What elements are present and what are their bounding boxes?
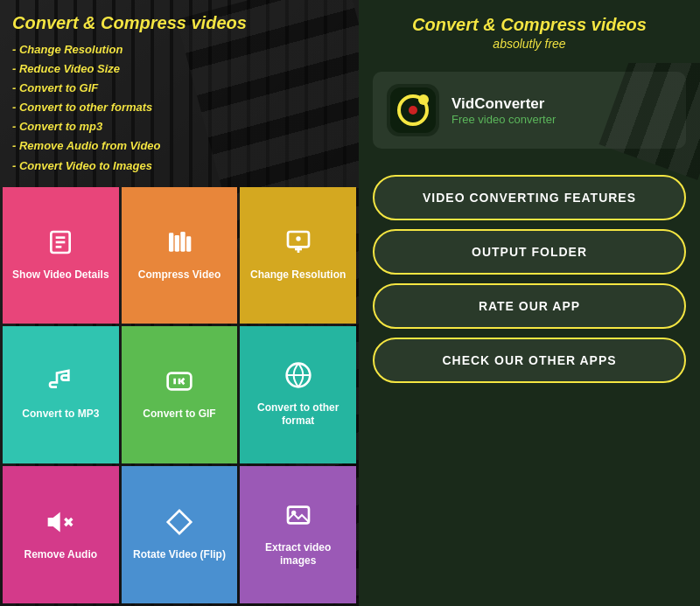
convert-to-gif-icon bbox=[165, 367, 193, 402]
rotate-video-label: Rotate Video (Flip) bbox=[133, 548, 226, 562]
menu-btn-rate-our-app[interactable]: RATE OUR APP bbox=[373, 283, 686, 329]
feature-item: Convert to GIF bbox=[12, 79, 346, 98]
app-name: VidConverter bbox=[452, 95, 556, 113]
extract-images-icon bbox=[284, 501, 312, 536]
svg-rect-5 bbox=[175, 235, 179, 252]
feature-item: Change Resolution bbox=[12, 40, 346, 59]
grid-item-remove-audio[interactable]: Remove Audio bbox=[3, 466, 119, 603]
spinner-ring-icon bbox=[397, 94, 429, 126]
convert-to-other-icon bbox=[284, 361, 312, 396]
grid-item-compress-video[interactable]: Compress Video bbox=[122, 187, 238, 324]
menu-btn-output-folder[interactable]: OUTPUT FOLDER bbox=[373, 229, 686, 275]
grid-item-rotate-video[interactable]: Rotate Video (Flip) bbox=[122, 466, 238, 603]
remove-audio-label: Remove Audio bbox=[24, 548, 98, 562]
feature-item: Convert Video to Images bbox=[12, 157, 346, 176]
grid-item-change-resolution[interactable]: Change Resolution bbox=[240, 187, 356, 324]
menu-buttons: VIDEO CONVERTING FEATURESOUTPUT FOLDERRA… bbox=[359, 166, 700, 392]
compress-video-label: Compress Video bbox=[138, 268, 220, 282]
svg-rect-6 bbox=[180, 232, 185, 252]
grid-item-convert-to-mp3[interactable]: Convert to MP3 bbox=[3, 326, 119, 463]
svg-rect-7 bbox=[186, 236, 191, 251]
remove-audio-icon bbox=[46, 508, 74, 543]
grid-item-extract-images[interactable]: Extract video images bbox=[240, 466, 356, 603]
svg-marker-13 bbox=[49, 513, 60, 530]
svg-rect-16 bbox=[168, 510, 191, 533]
grid-container: Show Video DetailsCompress VideoChange R… bbox=[0, 185, 359, 606]
grid-item-convert-to-gif[interactable]: Convert to GIF bbox=[122, 326, 238, 463]
change-resolution-label: Change Resolution bbox=[250, 268, 346, 282]
feature-list: Change ResolutionReduce Video SizeConver… bbox=[12, 40, 346, 176]
app-info: VidConverter Free video converter bbox=[452, 95, 556, 126]
convert-to-gif-label: Convert to GIF bbox=[143, 407, 215, 421]
left-panel: Convert & Compress videos Change Resolut… bbox=[0, 0, 359, 606]
compress-video-icon bbox=[165, 228, 193, 263]
left-header: Convert & Compress videos Change Resolut… bbox=[0, 0, 359, 185]
feature-item: Convert to other formats bbox=[12, 98, 346, 117]
feature-item: Reduce Video Size bbox=[12, 59, 346, 79]
right-header: Convert & Compress videos absolutly free bbox=[359, 0, 700, 63]
app-tagline: Free video converter bbox=[452, 113, 556, 126]
convert-to-mp3-label: Convert to MP3 bbox=[22, 407, 99, 421]
right-title: Convert & Compress videos bbox=[373, 14, 686, 35]
svg-point-9 bbox=[296, 236, 300, 240]
feature-item: Remove Audio from Video bbox=[12, 136, 346, 156]
menu-btn-check-other-apps[interactable]: CHECK OUR OTHER APPS bbox=[373, 338, 686, 383]
change-resolution-icon bbox=[284, 228, 312, 263]
right-subtitle: absolutly free bbox=[373, 37, 686, 51]
menu-btn-video-converting-features[interactable]: VIDEO CONVERTING FEATURES bbox=[373, 175, 686, 220]
svg-rect-4 bbox=[169, 233, 173, 251]
app-icon bbox=[387, 84, 439, 136]
show-video-details-label: Show Video Details bbox=[12, 268, 108, 282]
svg-rect-17 bbox=[288, 506, 309, 523]
convert-to-other-label: Convert to other format bbox=[247, 401, 349, 428]
convert-to-mp3-icon bbox=[46, 367, 74, 402]
show-video-details-icon bbox=[46, 228, 74, 263]
left-title: Convert & Compress videos bbox=[12, 12, 346, 33]
grid-item-show-video-details[interactable]: Show Video Details bbox=[3, 187, 119, 324]
app-icon-inner bbox=[390, 87, 436, 133]
right-panel: Convert & Compress videos absolutly free… bbox=[359, 0, 700, 606]
feature-item: Convert to mp3 bbox=[12, 117, 346, 136]
grid-item-convert-to-other[interactable]: Convert to other format bbox=[240, 326, 356, 463]
rotate-video-icon bbox=[165, 508, 193, 543]
extract-images-label: Extract video images bbox=[247, 541, 349, 568]
